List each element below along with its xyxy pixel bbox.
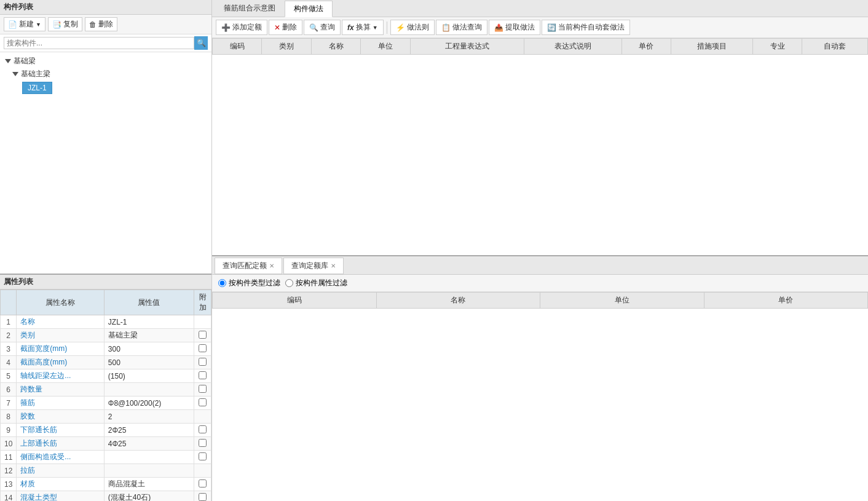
- bottom-table-area: 编码 名称 单位 单价: [212, 292, 868, 501]
- attr-row-check[interactable]: [194, 315, 211, 329]
- query-label: 查询: [320, 22, 335, 33]
- attr-row-name: 截面宽度(mm): [17, 342, 104, 356]
- attr-row-value[interactable]: JZL-1: [104, 315, 194, 329]
- attr-row-check[interactable]: [194, 342, 211, 356]
- filter-type-radio[interactable]: [218, 279, 226, 287]
- filter-by-attr[interactable]: 按构件属性过滤: [285, 278, 347, 288]
- attr-row: 6 跨数量: [1, 383, 211, 396]
- bt-col-price: 单价: [704, 293, 868, 309]
- attr-row-value[interactable]: (混凝土40石): [104, 491, 194, 502]
- do-law-icon: ⚡: [396, 23, 405, 32]
- attr-row-check[interactable]: [194, 410, 211, 424]
- attr-row: 1 名称 JZL-1: [1, 315, 211, 329]
- attr-row-check[interactable]: [194, 369, 211, 383]
- attr-row-check[interactable]: [194, 383, 211, 396]
- extract-law-button[interactable]: 📤 提取做法: [489, 20, 540, 35]
- col-auto: 自动套: [802, 39, 868, 55]
- bottom-quota-table: 编码 名称 单位 单价: [212, 292, 868, 309]
- right-table-area: 编码 类别 名称 单位 工程量表达式 表达式说明 单价 措施项目 专业 自动套: [212, 38, 868, 255]
- tab-rebar-diagram-label: 箍筋组合示意图: [224, 4, 275, 12]
- tree-group-foundation-beam[interactable]: 基础梁: [0, 55, 211, 68]
- attr-row: 7 箍筋 Φ8@100/200(2): [1, 396, 211, 410]
- attr-row-num: 12: [1, 464, 17, 478]
- expand-icon-sub: [12, 72, 18, 76]
- search-input[interactable]: [4, 37, 194, 49]
- tab-query-library-label: 查询定额库: [291, 261, 328, 271]
- attr-row-value[interactable]: 300: [104, 342, 194, 356]
- attr-row-value[interactable]: [104, 383, 194, 396]
- attr-row-check[interactable]: [194, 329, 211, 342]
- attr-row-name: 类别: [17, 329, 104, 342]
- attr-row-check[interactable]: [194, 356, 211, 369]
- tree-leaf-jzl1[interactable]: JZL-1: [22, 82, 52, 94]
- new-button[interactable]: 📄 新建 ▼: [4, 17, 45, 31]
- bt-col-unit: 单位: [540, 293, 704, 309]
- tab-match-quota-close[interactable]: ✕: [269, 262, 274, 269]
- attr-row-check[interactable]: [194, 437, 211, 451]
- tab-component-method[interactable]: 构件做法: [285, 1, 333, 17]
- convert-icon: fx: [347, 23, 354, 32]
- attr-row: 11 侧面构造或受...: [1, 451, 211, 464]
- attr-row-name: 箍筋: [17, 396, 104, 410]
- attr-row-num: 13: [1, 478, 17, 491]
- tree-item-main-beam[interactable]: 基础主梁: [0, 68, 211, 81]
- right-toolbar: ➕ 添加定额 ✕ 删除 🔍 查询 fx 换算 ▼ ⚡ 做法则 📋: [212, 17, 868, 38]
- auto-apply-icon: 🔄: [547, 23, 556, 32]
- copy-button[interactable]: 📑 复制: [48, 17, 82, 31]
- component-tree: 基础梁 基础主梁 JZL-1: [0, 52, 211, 274]
- attr-row-num: 6: [1, 383, 17, 396]
- attr-row-value[interactable]: 2: [104, 410, 194, 424]
- attr-row-check[interactable]: [194, 491, 211, 502]
- do-law-button[interactable]: ⚡ 做法则: [390, 20, 435, 35]
- col-measure: 措施项目: [671, 39, 753, 55]
- attr-row-check[interactable]: [194, 451, 211, 464]
- attr-row-num: 9: [1, 424, 17, 437]
- attr-row-value[interactable]: 商品混凝土: [104, 478, 194, 491]
- attr-row-value[interactable]: (150): [104, 369, 194, 383]
- attr-row-value[interactable]: Φ8@100/200(2): [104, 396, 194, 410]
- delete-button[interactable]: 🗑 删除: [85, 17, 117, 31]
- tab-query-library[interactable]: 查询定额库 ✕: [283, 258, 344, 274]
- attr-row-check[interactable]: [194, 424, 211, 437]
- toolbar-delete-button[interactable]: ✕ 删除: [269, 20, 302, 35]
- attr-row: 3 截面宽度(mm) 300: [1, 342, 211, 356]
- auto-apply-button[interactable]: 🔄 当前构件自动套做法: [542, 20, 630, 35]
- attr-row-name: 下部通长筋: [17, 424, 104, 437]
- attr-row-value[interactable]: 2Φ25: [104, 424, 194, 437]
- bottom-tabs: 查询匹配定额 ✕ 查询定额库 ✕: [212, 256, 868, 275]
- copy-label: 复制: [63, 19, 78, 30]
- attr-row-value[interactable]: 4Φ25: [104, 437, 194, 451]
- new-icon: 📄: [8, 20, 17, 29]
- attr-row-value[interactable]: [104, 451, 194, 464]
- filter-by-type[interactable]: 按构件类型过滤: [218, 278, 280, 288]
- query-law-button[interactable]: 📋 做法查询: [436, 20, 487, 35]
- attr-row-check[interactable]: [194, 478, 211, 491]
- add-quota-label: 添加定额: [232, 22, 262, 33]
- attr-row-check[interactable]: [194, 396, 211, 410]
- filter-attr-radio[interactable]: [285, 279, 293, 287]
- attr-row-num: 2: [1, 329, 17, 342]
- attr-row-value[interactable]: 基础主梁: [104, 329, 194, 342]
- tab-query-library-close[interactable]: ✕: [331, 262, 336, 269]
- query-button[interactable]: 🔍 查询: [304, 20, 341, 35]
- attr-row-check[interactable]: [194, 464, 211, 478]
- convert-button[interactable]: fx 换算 ▼: [342, 20, 384, 35]
- copy-icon: 📑: [52, 20, 61, 29]
- query-law-label: 做法查询: [452, 22, 482, 33]
- col-expr-desc: 表达式说明: [524, 39, 621, 55]
- tab-match-quota[interactable]: 查询匹配定额 ✕: [215, 258, 282, 274]
- attr-row-value[interactable]: 500: [104, 356, 194, 369]
- filter-row: 按构件类型过滤 按构件属性过滤: [212, 275, 868, 292]
- attr-row-name: 胶数: [17, 410, 104, 424]
- attr-row-value[interactable]: [104, 464, 194, 478]
- tree-item-label: 基础主梁: [21, 69, 50, 79]
- search-button[interactable]: 🔍: [194, 36, 208, 50]
- attr-row-num: 4: [1, 356, 17, 369]
- sep1: [387, 22, 387, 34]
- attr-row-name: 轴线距梁左边...: [17, 369, 104, 383]
- convert-dropdown: ▼: [373, 25, 378, 31]
- add-quota-button[interactable]: ➕ 添加定额: [216, 20, 267, 35]
- attr-row-num: 5: [1, 369, 17, 383]
- new-dropdown-icon: ▼: [36, 22, 41, 28]
- tab-rebar-diagram[interactable]: 箍筋组合示意图: [215, 0, 285, 17]
